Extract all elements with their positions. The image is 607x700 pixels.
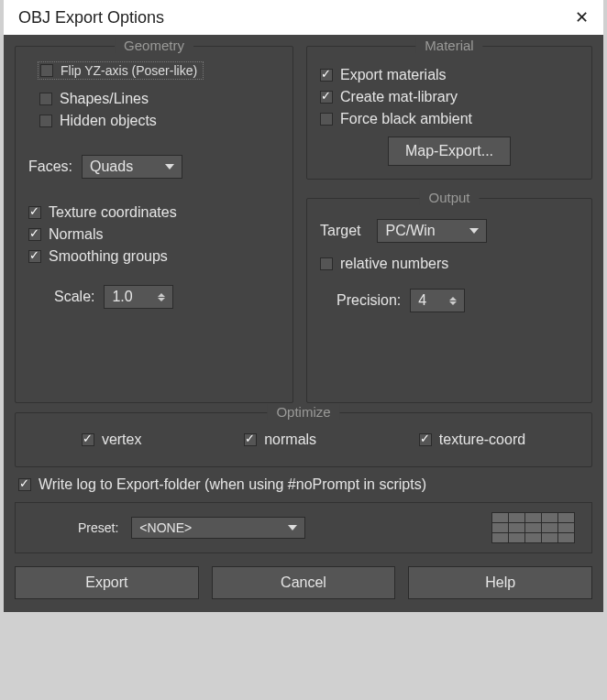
opt-texcoord-label: texture-coord xyxy=(439,432,525,448)
window-title: OBJ Export Options xyxy=(18,8,164,27)
shapes-lines-checkbox[interactable] xyxy=(39,93,52,105)
opt-normals-checkbox[interactable] xyxy=(244,433,257,446)
export-materials-label: Export materials xyxy=(340,67,447,83)
spin-up-icon[interactable] xyxy=(158,293,165,297)
titlebar: OBJ Export Options ✕ xyxy=(4,0,603,35)
force-black-checkbox-row[interactable]: Force black ambient xyxy=(320,111,579,127)
chevron-down-icon xyxy=(469,228,479,234)
target-value: PC/Win xyxy=(385,223,435,239)
hidden-objects-label: Hidden objects xyxy=(60,113,157,129)
target-label: Target xyxy=(320,223,360,239)
flip-yz-checkbox-wrap[interactable]: Flip YZ-axis (Poser-like) xyxy=(38,61,204,80)
create-matlib-checkbox-row[interactable]: Create mat-library xyxy=(320,89,579,105)
faces-label: Faces: xyxy=(28,159,72,175)
chevron-down-icon xyxy=(288,525,297,530)
write-log-checkbox-row[interactable]: Write log to Export-folder (when using #… xyxy=(18,476,589,493)
map-export-button[interactable]: Map-Export... xyxy=(388,137,511,166)
export-button[interactable]: Export xyxy=(15,566,199,599)
texcoords-checkbox-row[interactable]: Texture coordinates xyxy=(28,204,280,221)
faces-dropdown[interactable]: Quads xyxy=(82,155,182,179)
help-button[interactable]: Help xyxy=(408,566,592,599)
shapes-lines-checkbox-row[interactable]: Shapes/Lines xyxy=(39,91,280,107)
write-log-checkbox[interactable] xyxy=(18,478,31,491)
texcoords-label: Texture coordinates xyxy=(49,204,177,221)
geometry-legend: Geometry xyxy=(115,38,193,53)
preset-label: Preset: xyxy=(78,520,118,535)
spin-down-icon[interactable] xyxy=(158,298,165,301)
hidden-objects-checkbox-row[interactable]: Hidden objects xyxy=(39,113,280,129)
output-legend: Output xyxy=(419,190,479,205)
hidden-objects-checkbox[interactable] xyxy=(39,115,52,127)
material-group: Material Export materials Create mat-lib… xyxy=(306,46,592,180)
shapes-lines-label: Shapes/Lines xyxy=(60,91,149,107)
output-group: Output Target PC/Win relative numbers Pr… xyxy=(306,198,592,403)
scale-value: 1.0 xyxy=(112,289,132,305)
smoothing-label: Smoothing groups xyxy=(49,248,168,265)
force-black-label: Force black ambient xyxy=(340,111,472,127)
opt-normals-checkbox-row[interactable]: normals xyxy=(244,432,316,448)
chevron-down-icon xyxy=(165,164,174,170)
smoothing-checkbox[interactable] xyxy=(28,250,41,263)
precision-label: Precision: xyxy=(337,292,401,309)
cancel-button[interactable]: Cancel xyxy=(212,566,396,599)
precision-input[interactable]: 4 xyxy=(410,289,465,312)
dialog-body: Geometry Flip YZ-axis (Poser-like) Shape… xyxy=(4,35,603,612)
force-black-checkbox[interactable] xyxy=(320,113,333,126)
export-materials-checkbox[interactable] xyxy=(320,69,333,82)
faces-value: Quads xyxy=(90,159,133,175)
geometry-group: Geometry Flip YZ-axis (Poser-like) Shape… xyxy=(15,46,293,403)
spin-up-icon[interactable] xyxy=(449,297,457,301)
opt-vertex-checkbox[interactable] xyxy=(82,433,94,446)
texcoords-checkbox[interactable] xyxy=(28,206,41,219)
export-materials-checkbox-row[interactable]: Export materials xyxy=(320,67,579,83)
close-icon[interactable]: ✕ xyxy=(569,7,594,27)
preset-value: <NONE> xyxy=(139,520,192,535)
target-dropdown[interactable]: PC/Win xyxy=(377,219,487,243)
scale-input[interactable]: 1.0 xyxy=(104,285,173,309)
normals-checkbox[interactable] xyxy=(28,228,41,241)
optimize-group: Optimize vertex normals texture-coord xyxy=(15,412,592,467)
create-matlib-label: Create mat-library xyxy=(340,89,458,105)
preset-bar: Preset: <NONE> xyxy=(15,502,592,553)
relative-numbers-label: relative numbers xyxy=(340,256,448,272)
opt-texcoord-checkbox[interactable] xyxy=(419,433,432,446)
opt-normals-label: normals xyxy=(264,432,316,448)
opt-vertex-label: vertex xyxy=(102,432,142,448)
relative-numbers-checkbox-row[interactable]: relative numbers xyxy=(320,256,579,272)
smoothing-checkbox-row[interactable]: Smoothing groups xyxy=(28,248,280,265)
flip-yz-label: Flip YZ-axis (Poser-like) xyxy=(61,63,197,78)
spin-down-icon[interactable] xyxy=(449,301,457,305)
opt-vertex-checkbox-row[interactable]: vertex xyxy=(82,432,142,448)
dialog-window: OBJ Export Options ✕ Geometry Flip YZ-ax… xyxy=(4,0,603,612)
opt-texcoord-checkbox-row[interactable]: texture-coord xyxy=(419,432,525,448)
precision-value: 4 xyxy=(418,292,426,309)
write-log-label: Write log to Export-folder (when using #… xyxy=(39,476,426,493)
flip-yz-checkbox[interactable] xyxy=(40,64,53,77)
action-row: Export Cancel Help xyxy=(15,566,592,599)
relative-numbers-checkbox[interactable] xyxy=(320,257,333,270)
material-legend: Material xyxy=(415,38,482,53)
create-matlib-checkbox[interactable] xyxy=(320,91,333,104)
normals-checkbox-row[interactable]: Normals xyxy=(28,226,280,243)
scale-label: Scale: xyxy=(54,289,94,305)
optimize-legend: Optimize xyxy=(267,404,339,420)
preset-dropdown[interactable]: <NONE> xyxy=(131,517,305,539)
preset-grid-icon[interactable] xyxy=(491,512,575,543)
normals-label: Normals xyxy=(49,226,104,243)
